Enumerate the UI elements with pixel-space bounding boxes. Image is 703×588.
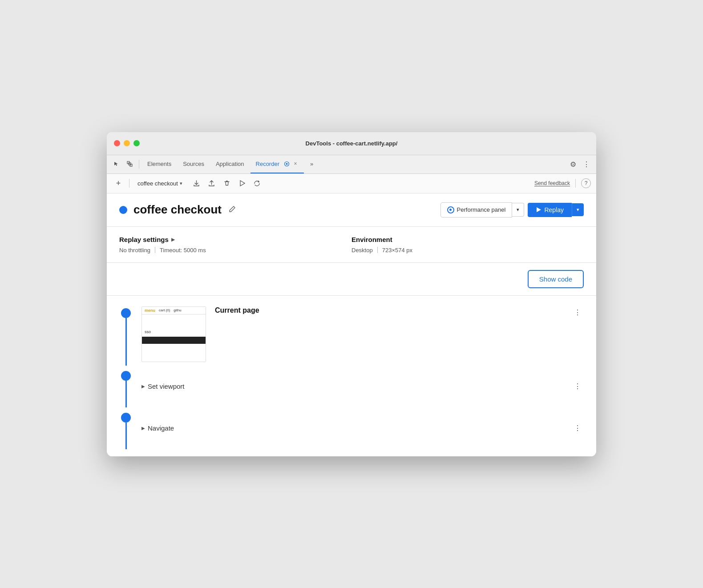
tab-sources[interactable]: Sources [178, 155, 210, 173]
step-thumbnail-1: menu cart (0) githu sso [141, 306, 206, 362]
toolbar-actions [190, 177, 263, 189]
timeline-line-3 [125, 423, 127, 449]
recording-header: coffee checkout Performance panel ▾ [107, 193, 596, 227]
recording-title: coffee checkout [133, 203, 222, 217]
step-row-current-page: menu cart (0) githu sso Current page ⋮ [119, 303, 584, 366]
recording-selector[interactable]: coffee checkout ▾ [134, 178, 186, 189]
step-3-more-button[interactable]: ⋮ [571, 422, 584, 435]
thumb-white-area [142, 314, 206, 328]
replay-chevron-icon: ▾ [577, 207, 579, 212]
environment-heading: Environment [352, 236, 584, 243]
env-meta-sep [377, 247, 378, 253]
toolbar-sep-2 [575, 179, 576, 188]
help-button[interactable]: ? [581, 178, 591, 188]
recorder-content: coffee checkout Performance panel ▾ [107, 193, 596, 456]
tabs-separator [139, 160, 139, 169]
send-feedback-button[interactable]: Send feedback [534, 180, 570, 186]
settings-right: Environment Desktop 723×574 px [352, 236, 584, 254]
devtools-tabs-bar: Elements Sources Application Recorder × … [107, 155, 596, 174]
tab-elements[interactable]: Elements [142, 155, 177, 173]
step-3-content: ▶ Navigate ⋮ [141, 407, 584, 449]
add-recording-button[interactable]: + [112, 177, 125, 189]
tab-application[interactable]: Application [210, 155, 250, 173]
step-2-label: ▶ Set viewport [141, 383, 571, 390]
step-dot-1 [121, 308, 131, 318]
maximize-button[interactable] [133, 140, 140, 146]
perf-panel-dropdown-button[interactable]: ▾ [512, 203, 524, 217]
thumb-nav: menu cart (0) githu [142, 307, 206, 314]
minimize-button[interactable] [124, 140, 130, 146]
step-2-expand-icon: ▶ [141, 384, 145, 389]
step-row-navigate: ▶ Navigate ⋮ [119, 407, 584, 449]
timeline-line-1 [125, 318, 127, 366]
thumb-sso-text: sso [142, 328, 206, 336]
step-dot-3 [121, 413, 131, 423]
recording-chevron-icon: ▾ [180, 181, 182, 186]
recording-status-dot [119, 206, 127, 214]
settings-meta: No throttling Timeout: 5000 ms [119, 247, 352, 254]
delete-button[interactable] [221, 177, 233, 189]
step-1-details: Current page [215, 306, 571, 314]
play-button[interactable] [236, 177, 248, 189]
title-bar: DevTools - coffee-cart.netlify.app/ [107, 132, 596, 155]
tab-recorder[interactable]: Recorder × [250, 155, 304, 173]
replay-btn-group: Replay ▾ [528, 203, 584, 217]
step-2-content: ▶ Set viewport ⋮ [141, 366, 584, 407]
edit-title-button[interactable] [227, 204, 238, 216]
replay-dropdown-button[interactable]: ▾ [572, 203, 584, 216]
devtools-window: DevTools - coffee-cart.netlify.app/ Elem… [107, 132, 596, 456]
environment-meta: Desktop 723×574 px [352, 247, 584, 254]
step-row-set-viewport: ▶ Set viewport ⋮ [119, 366, 584, 407]
thumb-nav-cart: cart (0) [159, 308, 170, 312]
recorder-toolbar: + coffee checkout ▾ [107, 174, 596, 193]
tab-more[interactable]: » [305, 155, 319, 173]
step-3-expand-icon: ▶ [141, 426, 145, 431]
replay-settings-heading[interactable]: Replay settings ▶ [119, 236, 352, 243]
close-button[interactable] [114, 140, 120, 146]
svg-marker-7 [537, 207, 541, 212]
thumb-nav-menu: menu [145, 308, 155, 313]
settings-icon[interactable]: ⚙ [567, 158, 579, 170]
more-options-icon[interactable]: ⋮ [580, 158, 593, 170]
layers-icon[interactable] [124, 158, 136, 170]
toolbar-right: Send feedback ? [534, 178, 591, 188]
loop-button[interactable] [251, 177, 263, 189]
import-button[interactable] [206, 177, 218, 189]
steps-timeline: menu cart (0) githu sso Current page ⋮ [107, 296, 596, 456]
toolbar-sep-1 [129, 179, 129, 188]
recorder-tab-close[interactable]: × [292, 161, 299, 167]
cursor-icon[interactable] [110, 158, 123, 170]
header-right-actions: Performance panel ▾ Replay ▾ [440, 202, 584, 217]
settings-chevron-icon: ▶ [171, 237, 175, 242]
perf-chevron-icon: ▾ [517, 207, 519, 212]
step-1-label: Current page [215, 306, 259, 314]
timeline-line-2 [125, 381, 127, 407]
svg-marker-5 [240, 181, 245, 186]
performance-panel-button[interactable]: Performance panel [440, 202, 513, 217]
step-2-more-button[interactable]: ⋮ [571, 380, 584, 393]
settings-meta-sep [155, 247, 155, 253]
thumb-nav-github: githu [174, 308, 181, 312]
thumb-bottom-white [142, 345, 206, 358]
step-1-more-button[interactable]: ⋮ [571, 306, 584, 319]
timeline-col-3 [119, 407, 133, 449]
settings-left: Replay settings ▶ No throttling Timeout:… [119, 236, 352, 254]
timeline-col-1 [119, 303, 133, 366]
export-button[interactable] [190, 177, 203, 189]
perf-panel-group: Performance panel ▾ [440, 202, 525, 217]
thumb-black-bar-1 [142, 337, 206, 344]
show-code-section: Show code [107, 263, 596, 296]
step-dot-2 [121, 371, 131, 381]
svg-point-4 [286, 163, 287, 165]
replay-button[interactable]: Replay [528, 203, 572, 217]
timeline-col-2 [119, 366, 133, 407]
window-title: DevTools - coffee-cart.netlify.app/ [306, 140, 398, 147]
show-code-button[interactable]: Show code [528, 270, 584, 288]
replay-settings-section: Replay settings ▶ No throttling Timeout:… [107, 227, 596, 263]
traffic-lights [114, 140, 140, 146]
step-3-label: ▶ Navigate [141, 424, 571, 432]
